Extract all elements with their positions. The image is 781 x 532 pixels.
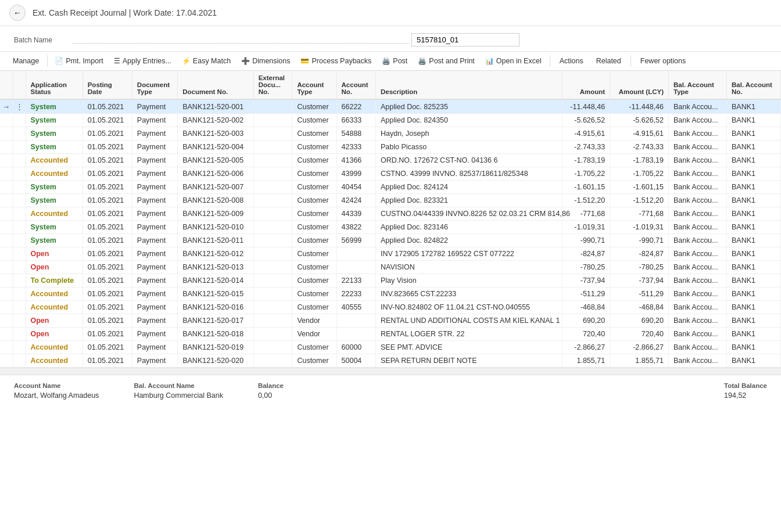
row-ext-doc-no	[253, 328, 292, 341]
row-context-menu[interactable]	[13, 114, 26, 127]
col-app-status[interactable]: ApplicationStatus	[26, 71, 83, 99]
row-context-menu[interactable]	[13, 328, 26, 341]
footer-balance-label: Balance	[258, 382, 284, 389]
col-bal-account-type[interactable]: Bal. AccountType	[669, 71, 727, 99]
row-context-menu[interactable]	[13, 167, 26, 181]
row-posting-date: 01.05.2021	[83, 274, 132, 287]
pmt-import-button[interactable]: 📄 Pmt. Import	[50, 55, 108, 67]
row-amount-lcy: -1.512,20	[610, 194, 669, 207]
row-arrow	[0, 274, 13, 287]
col-amount[interactable]: Amount	[562, 71, 610, 99]
table-row[interactable]: Open01.05.2021PaymentBANK121-520-017Vend…	[0, 314, 781, 328]
post-button[interactable]: 🖨️ Post	[377, 55, 412, 67]
row-context-menu[interactable]: ⋮	[13, 99, 26, 114]
table-row[interactable]: Open01.05.2021PaymentBANK121-520-012Cust…	[0, 247, 781, 261]
easy-match-button[interactable]: ⚡ Easy Match	[177, 55, 235, 67]
dimensions-button[interactable]: ➕ Dimensions	[237, 55, 295, 67]
table-row[interactable]: Accounted01.05.2021PaymentBANK121-520-02…	[0, 354, 781, 368]
row-bal-account-no: BANK1	[726, 341, 780, 354]
table-row[interactable]: Accounted01.05.2021PaymentBANK121-520-01…	[0, 341, 781, 354]
row-bal-account-type: Bank Accou...	[669, 181, 727, 194]
table-row[interactable]: Accounted01.05.2021PaymentBANK121-520-01…	[0, 287, 781, 301]
table-row[interactable]: System01.05.2021PaymentBANK121-520-010Cu…	[0, 221, 781, 234]
row-context-menu[interactable]	[13, 341, 26, 354]
manage-button[interactable]: Manage	[7, 55, 45, 67]
fewer-options-button[interactable]: Fewer options	[635, 55, 692, 67]
table-row[interactable]: Accounted01.05.2021PaymentBANK121-520-01…	[0, 301, 781, 314]
row-posting-date: 01.05.2021	[83, 127, 132, 141]
row-posting-date: 01.05.2021	[83, 247, 132, 261]
table-row[interactable]: System01.05.2021PaymentBANK121-520-011Cu…	[0, 234, 781, 247]
row-context-menu[interactable]	[13, 207, 26, 221]
table-row[interactable]: System01.05.2021PaymentBANK121-520-008Cu…	[0, 194, 781, 207]
row-account-no: 41366	[336, 154, 375, 167]
table-row[interactable]: To Complete01.05.2021PaymentBANK121-520-…	[0, 274, 781, 287]
col-description[interactable]: Description	[375, 71, 562, 99]
batch-label: Batch Name	[14, 36, 72, 44]
process-paybacks-icon: 💳	[300, 57, 309, 65]
table-row[interactable]: System01.05.2021PaymentBANK121-520-002Cu…	[0, 114, 781, 127]
row-context-menu[interactable]	[13, 287, 26, 301]
col-account-no[interactable]: AccountNo.	[336, 71, 375, 99]
table-row[interactable]: System01.05.2021PaymentBANK121-520-003Cu…	[0, 127, 781, 141]
open-in-excel-button[interactable]: 📊 Open in Excel	[481, 55, 546, 67]
row-account-no	[336, 314, 375, 328]
row-context-menu[interactable]	[13, 261, 26, 274]
back-button[interactable]: ←	[9, 5, 26, 21]
row-description: Applied Doc. 823146	[375, 221, 562, 234]
actions-button[interactable]: Actions	[554, 55, 589, 67]
row-bal-account-no: BANK1	[726, 274, 780, 287]
row-bal-account-type: Bank Accou...	[669, 301, 727, 314]
related-button[interactable]: Related	[590, 55, 627, 67]
row-context-menu[interactable]	[13, 301, 26, 314]
row-context-menu[interactable]	[13, 234, 26, 247]
col-ext-doc-no[interactable]: ExternalDocu...No.	[253, 71, 292, 99]
row-description: Applied Doc. 823321	[375, 194, 562, 207]
row-context-menu[interactable]	[13, 127, 26, 141]
table-row[interactable]: Accounted01.05.2021PaymentBANK121-520-00…	[0, 167, 781, 181]
table-row[interactable]: System01.05.2021PaymentBANK121-520-004Cu…	[0, 141, 781, 154]
row-doc-no: BANK121-520-006	[178, 167, 253, 181]
row-bal-account-no: BANK1	[726, 287, 780, 301]
row-description: INV.823665 CST.22233	[375, 287, 562, 301]
row-bal-account-no: BANK1	[726, 167, 780, 181]
process-paybacks-button[interactable]: 💳 Process Paybacks	[296, 55, 376, 67]
batch-name-input[interactable]	[411, 33, 520, 46]
scrollbar-area[interactable]	[0, 368, 781, 375]
post-and-print-label: Post and Print	[429, 57, 475, 65]
table-row[interactable]: Open01.05.2021PaymentBANK121-520-018Vend…	[0, 328, 781, 341]
row-context-menu[interactable]	[13, 181, 26, 194]
row-context-menu[interactable]	[13, 354, 26, 368]
col-account-type[interactable]: AccountType	[292, 71, 336, 99]
row-description: INV-NO.824802 OF 11.04.21 CST-NO.040555	[375, 301, 562, 314]
row-context-menu[interactable]	[13, 314, 26, 328]
table-row[interactable]: Open01.05.2021PaymentBANK121-520-013Cust…	[0, 261, 781, 274]
row-context-menu[interactable]	[13, 247, 26, 261]
post-and-print-button[interactable]: 🖨️ Post and Print	[413, 55, 479, 67]
col-doc-type[interactable]: DocumentType	[132, 71, 177, 99]
table-row[interactable]: →⋮System01.05.2021PaymentBANK121-520-001…	[0, 99, 781, 114]
apply-entries-button[interactable]: ☰ Apply Entries...	[109, 55, 176, 67]
row-arrow	[0, 328, 13, 341]
row-arrow	[0, 194, 13, 207]
row-context-menu[interactable]	[13, 154, 26, 167]
table-row[interactable]: Accounted01.05.2021PaymentBANK121-520-00…	[0, 154, 781, 167]
row-ext-doc-no	[253, 207, 292, 221]
row-context-menu[interactable]	[13, 221, 26, 234]
table-row[interactable]: Accounted01.05.2021PaymentBANK121-520-00…	[0, 207, 781, 221]
row-bal-account-no: BANK1	[726, 127, 780, 141]
row-description: NAVISION	[375, 261, 562, 274]
col-posting-date[interactable]: PostingDate	[83, 71, 132, 99]
row-doc-no: BANK121-520-001	[178, 99, 253, 114]
row-context-menu[interactable]	[13, 274, 26, 287]
col-doc-no[interactable]: Document No.	[178, 71, 253, 99]
col-bal-account-no[interactable]: Bal. AccountNo.	[726, 71, 780, 99]
row-bal-account-no: BANK1	[726, 207, 780, 221]
row-arrow	[0, 341, 13, 354]
row-amount: -824,87	[562, 247, 610, 261]
col-amount-lcy[interactable]: Amount (LCY)	[610, 71, 669, 99]
row-context-menu[interactable]	[13, 141, 26, 154]
table-row[interactable]: System01.05.2021PaymentBANK121-520-007Cu…	[0, 181, 781, 194]
row-context-menu[interactable]	[13, 194, 26, 207]
row-amount-lcy: -468,84	[610, 301, 669, 314]
